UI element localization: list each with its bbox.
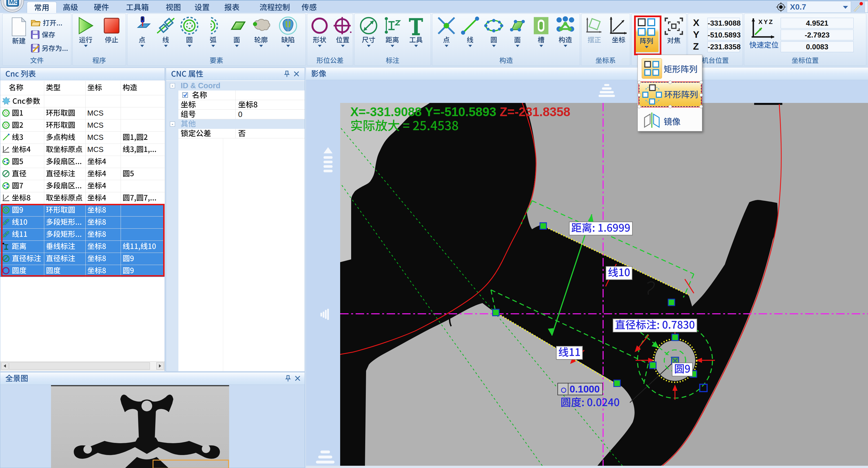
svg-text:XYZ: XYZ xyxy=(758,18,774,25)
svg-text:Mc: Mc xyxy=(9,0,18,5)
